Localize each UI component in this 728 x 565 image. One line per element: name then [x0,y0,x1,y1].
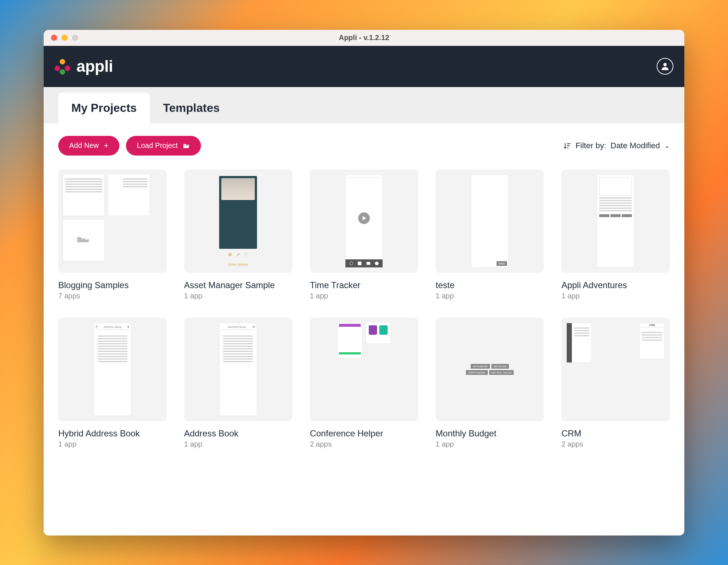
load-project-label: Load Project [137,141,178,150]
content-area: Add New + Load Project Filter by: Date M… [44,123,684,535]
project-thumbnail [58,169,167,273]
project-card[interactable]: CRM CRM 2 apps [561,318,670,448]
project-subtitle: 1 app [184,292,293,300]
save-label: save [496,261,507,266]
project-thumbnail: CRM [561,318,670,421]
project-subtitle: 2 apps [310,440,418,448]
project-card[interactable]: ✻ ↗ ♡ Extra Options Asset Manager Sample… [184,169,293,300]
project-card[interactable]: Blogging Samples 7 apps [58,169,167,300]
project-thumbnail: ✻ ↗ ♡ Extra Options [184,169,293,273]
project-title: Time Tracker [310,280,418,290]
project-title: teste [436,280,544,290]
svg-point-0 [663,63,666,66]
app-window: Appli - v.1.2.12 appli My Projects Templ… [44,30,684,535]
project-thumbnail [310,318,418,421]
project-subtitle: 1 app [561,292,670,300]
project-thumbnail: add expenseadd income delete expenseadd … [436,318,544,421]
project-subtitle: 1 app [436,292,544,300]
project-subtitle: 1 app [436,440,544,448]
user-account-button[interactable] [657,58,673,75]
project-card[interactable]: Time Tracker 1 app [310,169,418,300]
project-subtitle: 7 apps [58,292,167,300]
user-icon [660,61,670,71]
project-thumbnail: Address Book✚ [184,318,293,421]
project-title: Hybrid Address Book [58,428,167,439]
project-thumbnail: save [436,169,544,273]
toolbar: Add New + Load Project Filter by: Date M… [58,136,670,156]
project-card[interactable]: Appli Adventures 1 app [561,169,670,300]
project-card[interactable]: ☰Address Book✚ Hybrid Address Book 1 app [58,318,167,448]
project-title: CRM [561,428,670,439]
folder-open-icon [183,143,190,149]
project-title: Monthly Budget [436,428,544,439]
window-title: Appli - v.1.2.12 [44,34,684,42]
titlebar: Appli - v.1.2.12 [44,30,684,46]
project-title: Blogging Samples [58,280,167,290]
project-title: Asset Manager Sample [184,280,293,290]
add-new-label: Add New [69,141,99,150]
project-subtitle: 1 app [310,292,418,300]
tab-my-projects[interactable]: My Projects [58,93,150,123]
project-card[interactable]: save teste 1 app [436,169,544,300]
projects-grid: Blogging Samples 7 apps ✻ ↗ ♡ Extra Opti… [58,169,670,448]
brand-logo: appli [55,57,113,75]
project-subtitle: 1 app [58,440,167,448]
filter-dropdown[interactable]: Filter by: Date Modified ⌄ [563,141,670,150]
filter-prefix: Filter by: [575,141,606,150]
sort-icon [563,142,571,150]
project-card[interactable]: add expenseadd income delete expenseadd … [436,318,544,448]
project-thumbnail: ☰Address Book✚ [58,318,167,421]
project-title: Address Book [184,428,293,439]
add-new-button[interactable]: Add New + [58,136,119,156]
filter-value: Date Modified [610,141,660,150]
toolbar-left: Add New + Load Project [58,136,201,156]
plus-icon: + [104,141,108,150]
tab-templates[interactable]: Templates [150,93,233,123]
project-subtitle: 1 app [184,440,293,448]
project-card[interactable]: Address Book✚ Address Book 1 app [184,318,293,448]
logo-mark-icon [55,58,71,74]
project-thumbnail [310,169,418,273]
app-header: appli [44,46,684,87]
project-thumbnail [561,169,670,273]
tabs-row: My Projects Templates [44,87,684,123]
load-project-button[interactable]: Load Project [126,136,201,156]
project-title: Appli Adventures [561,280,670,290]
play-icon [358,212,370,224]
project-card[interactable]: Conference Helper 2 apps [310,318,418,448]
project-subtitle: 2 apps [561,440,670,448]
brand-name: appli [76,57,113,75]
chevron-down-icon: ⌄ [664,142,670,150]
project-title: Conference Helper [310,428,418,439]
